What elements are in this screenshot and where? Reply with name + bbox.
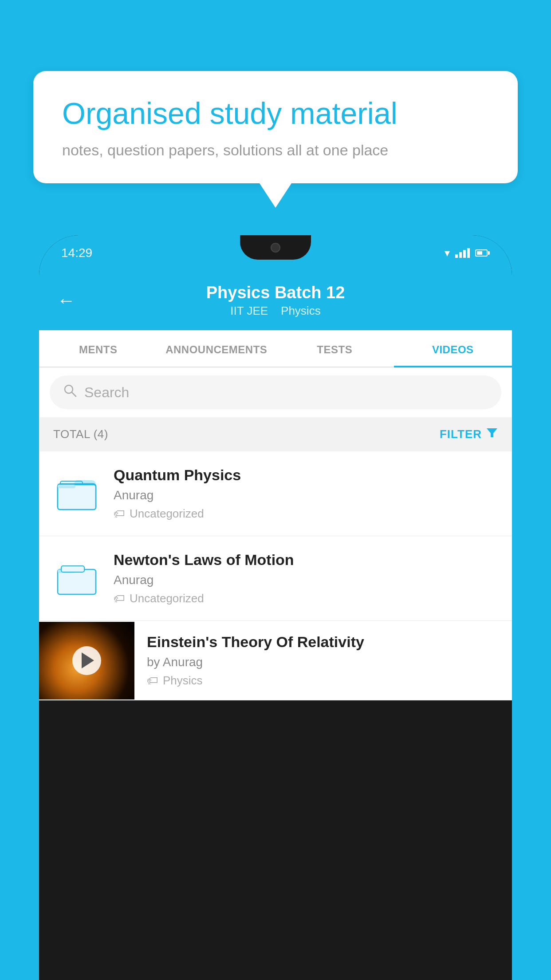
tabs-bar: MENTS ANNOUNCEMENTS TESTS VIDEOS [39, 330, 512, 368]
search-bar-container: Search [39, 368, 512, 417]
video-tag-2: 🏷 Uncategorized [114, 592, 499, 605]
batch-subtitle-part2: Physics [281, 304, 321, 317]
search-icon [63, 383, 77, 401]
filter-label: FILTER [440, 427, 482, 441]
filter-icon [486, 427, 498, 442]
tag-icon-2: 🏷 [114, 592, 125, 605]
filter-row: TOTAL (4) FILTER [39, 417, 512, 451]
play-button[interactable] [72, 646, 101, 675]
svg-rect-7 [58, 485, 75, 488]
svg-rect-10 [61, 566, 84, 572]
video-author-3: by Anurag [147, 655, 499, 669]
back-button[interactable]: ← [57, 290, 75, 311]
header-title-group: Physics Batch 12 IIT JEE Physics [89, 283, 462, 318]
svg-rect-8 [58, 569, 96, 594]
status-bar: 14:29 ▾ [39, 235, 512, 271]
video-info-3: Einstein's Theory Of Relativity by Anura… [147, 621, 499, 700]
video-title-1: Quantum Physics [114, 466, 499, 484]
batch-subtitle-part1: IIT JEE [230, 304, 268, 317]
video-author-2: Anurag [114, 573, 499, 587]
tag-icon-1: 🏷 [114, 507, 125, 521]
status-icons: ▾ [445, 247, 490, 259]
batch-title: Physics Batch 12 [89, 283, 462, 302]
signal-icon [455, 248, 470, 258]
tab-videos[interactable]: VIDEOS [394, 330, 512, 367]
list-item[interactable]: Quantum Physics Anurag 🏷 Uncategorized [39, 451, 512, 536]
list-item[interactable]: Einstein's Theory Of Relativity by Anura… [39, 621, 512, 700]
status-time: 14:29 [61, 246, 92, 260]
search-placeholder: Search [84, 384, 129, 401]
video-tag-1: 🏷 Uncategorized [114, 507, 499, 521]
list-item[interactable]: Newton's Laws of Motion Anurag 🏷 Uncateg… [39, 536, 512, 621]
phone-frame: 14:29 ▾ ← Physics Batch 12 [39, 235, 512, 980]
svg-line-1 [72, 392, 76, 396]
svg-marker-2 [487, 428, 497, 437]
bubble-title: Organised study material [62, 95, 489, 132]
bubble-subtitle: notes, question papers, solutions all at… [62, 142, 489, 159]
video-tag-3: 🏷 Physics [147, 674, 499, 688]
batch-subtitle: IIT JEE Physics [89, 304, 462, 318]
video-title-2: Newton's Laws of Motion [114, 551, 499, 569]
video-info-2: Newton's Laws of Motion Anurag 🏷 Uncateg… [114, 551, 499, 605]
total-count: TOTAL (4) [53, 427, 108, 441]
folder-thumbnail-2 [52, 554, 101, 603]
tab-ments[interactable]: MENTS [39, 330, 157, 367]
video-thumbnail-3 [39, 622, 134, 699]
speech-bubble: Organised study material notes, question… [33, 71, 518, 183]
tab-announcements[interactable]: ANNOUNCEMENTS [157, 330, 276, 367]
tag-icon-3: 🏷 [147, 674, 158, 688]
play-icon [82, 652, 94, 668]
search-bar[interactable]: Search [50, 375, 501, 409]
video-author-1: Anurag [114, 488, 499, 502]
video-list: Quantum Physics Anurag 🏷 Uncategorized [39, 451, 512, 700]
app-header: ← Physics Batch 12 IIT JEE Physics [39, 271, 512, 330]
tab-tests[interactable]: TESTS [276, 330, 394, 367]
video-info-1: Quantum Physics Anurag 🏷 Uncategorized [114, 466, 499, 521]
video-title-3: Einstein's Theory Of Relativity [147, 633, 499, 651]
wifi-icon: ▾ [445, 247, 450, 259]
filter-button[interactable]: FILTER [440, 427, 498, 442]
svg-rect-6 [58, 485, 96, 510]
notch [240, 235, 311, 260]
folder-thumbnail-1 [52, 469, 101, 518]
camera-dot [271, 243, 280, 253]
battery-icon [475, 249, 490, 257]
